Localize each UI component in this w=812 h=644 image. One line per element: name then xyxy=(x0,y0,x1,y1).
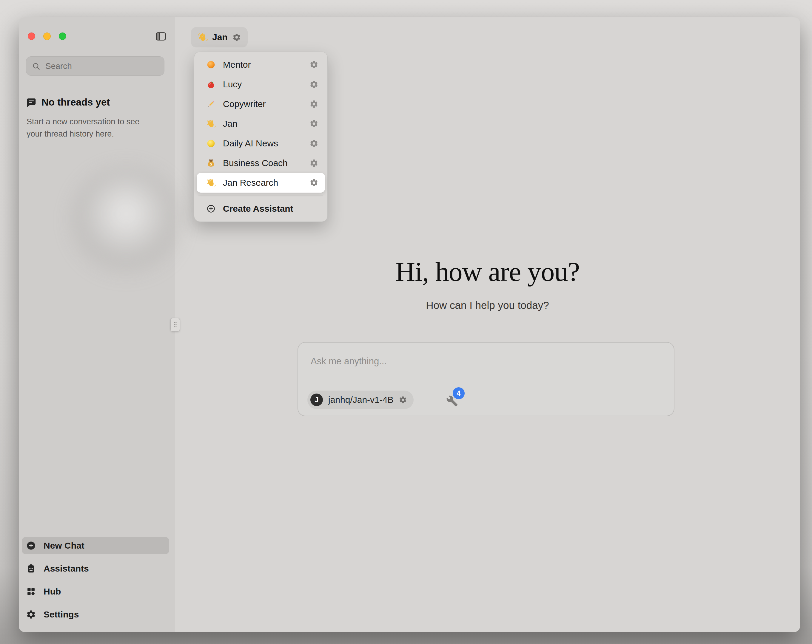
plus-circle-filled-icon xyxy=(26,540,36,551)
greeting-title: Hi, how are you? xyxy=(175,256,800,288)
gear-icon[interactable] xyxy=(399,396,407,404)
sidebar-nav: New Chat Assistants Hub Settings xyxy=(22,537,169,623)
sidebar-item-label: Assistants xyxy=(44,563,89,574)
desktop-background: No threads yet Start a new conversation … xyxy=(0,0,812,644)
gear-icon[interactable] xyxy=(310,158,318,167)
gear-icon[interactable] xyxy=(310,80,318,89)
plus-circle-icon xyxy=(206,204,216,213)
apple-icon xyxy=(206,79,216,89)
svg-text:$: $ xyxy=(210,162,212,166)
sidebar-item-label: New Chat xyxy=(44,540,84,551)
drag-dots-icon xyxy=(173,321,177,328)
sidebar-resize-handle[interactable] xyxy=(170,318,180,332)
assistant-selector[interactable]: Jan xyxy=(191,27,248,47)
gear-icon[interactable] xyxy=(310,139,318,148)
sidebar-item-assistants[interactable]: Assistants xyxy=(22,560,169,577)
sidebar-item-label: Hub xyxy=(44,586,61,597)
model-avatar: J xyxy=(310,394,323,406)
assistants-icon xyxy=(26,563,36,574)
yellow-circle-icon xyxy=(206,139,216,148)
orange-circle-icon xyxy=(206,60,216,70)
gear-icon[interactable] xyxy=(310,100,318,108)
gear-icon[interactable] xyxy=(310,178,318,187)
wave-icon xyxy=(206,119,216,128)
empty-state-description: Start a new conversation to see your thr… xyxy=(27,116,156,140)
create-assistant-button[interactable]: Create Assistant xyxy=(197,199,325,219)
gear-icon[interactable] xyxy=(310,60,318,69)
composer: J janhq/Jan-v1-4B 4 xyxy=(298,342,675,416)
app-window: No threads yet Start a new conversation … xyxy=(19,17,800,632)
close-button[interactable] xyxy=(28,32,35,40)
assistant-menu-item-business-coach[interactable]: $ Business Coach xyxy=(197,153,325,173)
wave-icon xyxy=(206,178,216,187)
pencil-icon xyxy=(206,99,216,109)
assistant-menu-item-jan-research[interactable]: Jan Research xyxy=(197,173,325,193)
sidebar-item-label: Settings xyxy=(44,609,79,620)
search-input[interactable] xyxy=(45,61,159,71)
tools-count-badge: 4 xyxy=(453,387,465,399)
model-name: janhq/Jan-v1-4B xyxy=(328,395,393,405)
window-controls xyxy=(28,32,66,40)
sidebar-item-new-chat[interactable]: New Chat xyxy=(22,537,169,554)
sidebar: No threads yet Start a new conversation … xyxy=(19,17,175,632)
greeting-subtitle: How can I help you today? xyxy=(175,299,800,311)
empty-state: No threads yet xyxy=(26,97,110,108)
assistant-menu-item-mentor[interactable]: Mentor xyxy=(197,55,325,75)
sidebar-item-settings[interactable]: Settings xyxy=(22,606,169,623)
assistant-menu-item-lucy[interactable]: Lucy xyxy=(197,75,325,94)
assistant-menu-item-daily-ai-news[interactable]: Daily AI News xyxy=(197,134,325,153)
gear-filled-icon xyxy=(26,609,36,620)
hub-icon xyxy=(26,586,36,597)
empty-state-title: No threads yet xyxy=(41,97,110,108)
model-selector[interactable]: J janhq/Jan-v1-4B xyxy=(307,391,414,409)
gear-icon[interactable] xyxy=(232,33,241,42)
minimize-button[interactable] xyxy=(43,32,51,40)
chat-bubble-icon xyxy=(26,97,37,108)
assistant-menu: Mentor Lucy Copywriter Jan xyxy=(194,52,328,222)
main-area: Jan Mentor Lucy Copywriter xyxy=(175,17,800,632)
wave-icon xyxy=(198,32,208,42)
search-field[interactable] xyxy=(26,56,165,76)
assistant-menu-item-jan[interactable]: Jan xyxy=(197,114,325,134)
gear-icon[interactable] xyxy=(310,119,318,128)
tools-button[interactable]: 4 xyxy=(444,387,472,413)
message-input[interactable] xyxy=(310,356,640,367)
zoom-button[interactable] xyxy=(59,32,66,40)
assistant-name: Jan xyxy=(212,32,228,42)
assistant-menu-item-copywriter[interactable]: Copywriter xyxy=(197,94,325,114)
search-icon xyxy=(32,62,41,71)
sidebar-item-hub[interactable]: Hub xyxy=(22,583,169,600)
money-bag-icon: $ xyxy=(206,158,216,168)
background-smudge xyxy=(70,166,183,280)
sidebar-toggle-icon[interactable] xyxy=(155,30,167,42)
